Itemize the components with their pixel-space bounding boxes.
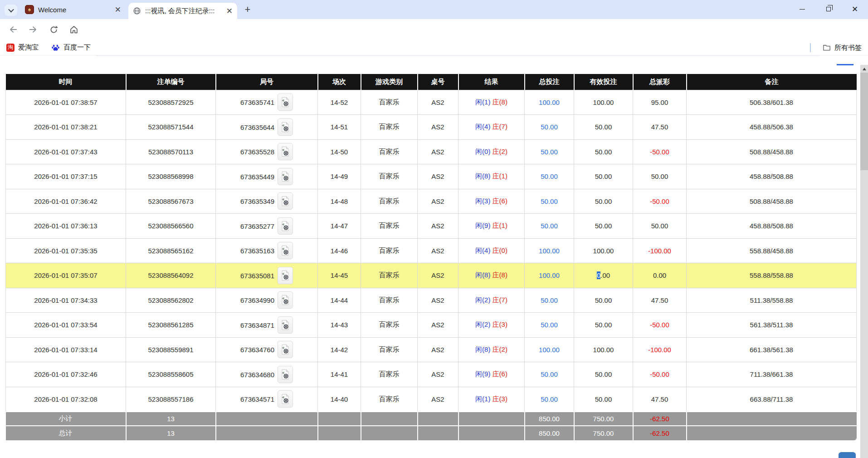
footer-total-bet-cell: 850.00: [525, 426, 574, 440]
remark-cell: 508.88/458.88: [687, 139, 857, 164]
time-cell: 2026-01-01 07:32:08: [6, 387, 126, 412]
back-button[interactable]: [5, 22, 21, 37]
table-no-cell: AS2: [418, 164, 458, 189]
table-row[interactable]: 2026-01-01 07:35:07523088564092673635081…: [6, 263, 857, 288]
window-controls: ✕: [789, 0, 868, 18]
restore-icon: [826, 7, 831, 11]
table-row[interactable]: 2026-01-01 07:38:21523088571544673635644…: [6, 115, 857, 140]
table-row[interactable]: 2026-01-01 07:33:54523088561285673634871…: [6, 313, 857, 338]
total-bet-link[interactable]: 50.00: [541, 222, 558, 230]
payout-cell: -50.00: [633, 313, 687, 338]
video-replay-button[interactable]: [278, 390, 293, 408]
table-row[interactable]: 2026-01-01 07:36:13523088566560673635277…: [6, 214, 857, 239]
tab-welcome[interactable]: ♠ Welcome ✕: [20, 0, 126, 19]
valid-bet-cell: 50.00: [574, 139, 633, 164]
table-no-cell: AS2: [418, 288, 458, 313]
footer-payout-cell: -62.50: [633, 412, 687, 426]
round-cell: 673634571: [216, 387, 318, 412]
total-bet-link[interactable]: 50.00: [541, 321, 558, 329]
time-cell: 2026-01-01 07:38:57: [6, 90, 126, 115]
video-replay-button[interactable]: [278, 168, 293, 185]
tab-close-icon[interactable]: ✕: [115, 6, 121, 14]
video-replay-button[interactable]: [278, 217, 293, 235]
table-row[interactable]: 2026-01-01 07:36:42523088567673673635349…: [6, 189, 857, 214]
table-row[interactable]: 2026-01-01 07:33:14523088559891673634760…: [6, 337, 857, 362]
subtotal-row: 小计 13 850.00 750.00 -62.50: [6, 412, 857, 426]
total-bet-link[interactable]: 50.00: [541, 296, 558, 304]
time-cell: 2026-01-01 07:33:14: [6, 337, 126, 362]
round-cell: 673634680: [216, 362, 318, 387]
footer-empty-cell: [418, 426, 458, 440]
table-row[interactable]: 2026-01-01 07:34:33523088562802673634990…: [6, 288, 857, 313]
total-bet-link[interactable]: 50.00: [541, 395, 558, 403]
video-replay-button[interactable]: [278, 118, 293, 136]
total-bet-link[interactable]: 100.00: [539, 247, 560, 255]
floating-blue-button[interactable]: [839, 452, 856, 458]
total-bet-cell: 50.00: [525, 313, 574, 338]
total-bet-cell: 50.00: [525, 164, 574, 189]
video-replay-button[interactable]: [278, 94, 293, 111]
video-replay-button[interactable]: [278, 242, 293, 259]
table-row[interactable]: 2026-01-01 07:35:35523088565162673635163…: [6, 238, 857, 263]
video-replay-button[interactable]: [278, 341, 293, 358]
tab-bet-records-active[interactable]: :::视讯, 会员下注纪录::: ✕: [128, 3, 237, 19]
table-no-cell: AS2: [418, 313, 458, 338]
table-row[interactable]: 2026-01-01 07:37:43523088570113673635528…: [6, 139, 857, 164]
table-row[interactable]: 2026-01-01 07:32:08523088557186673634571…: [6, 387, 857, 412]
tab-close-icon[interactable]: ✕: [226, 7, 233, 15]
video-replay-icon: [281, 171, 290, 182]
close-button[interactable]: ✕: [842, 0, 868, 18]
round-cell: 673635741: [216, 90, 318, 115]
header-game-type: 游戏类别: [361, 74, 418, 90]
video-replay-button[interactable]: [278, 143, 293, 160]
close-icon: ✕: [852, 5, 858, 13]
page-scrollbar[interactable]: [860, 65, 868, 458]
home-button[interactable]: [66, 22, 82, 37]
game-type-cell: 百家乐: [361, 90, 418, 115]
total-bet-link[interactable]: 50.00: [541, 148, 558, 156]
total-bet-link[interactable]: 50.00: [541, 197, 558, 205]
forward-button[interactable]: [25, 22, 41, 37]
restore-button[interactable]: [815, 0, 842, 18]
video-replay-button[interactable]: [278, 267, 293, 284]
session-cell: 14-50: [318, 139, 361, 164]
table-row[interactable]: 2026-01-01 07:32:46523088558605673634680…: [6, 362, 857, 387]
total-bet-link[interactable]: 100.00: [539, 271, 560, 279]
footer-empty-cell: [318, 412, 361, 426]
total-bet-link[interactable]: 50.00: [541, 172, 558, 180]
video-replay-icon: [281, 97, 290, 108]
total-bet-link[interactable]: 50.00: [541, 370, 558, 378]
tab-search-button[interactable]: [5, 5, 17, 16]
bet-records-table: 时间 注单编号 局号 场次 游戏类别 桌号 结果 总投注 有效投注 总派彩 备注…: [5, 74, 856, 440]
remark-cell: 508.88/458.88: [687, 189, 857, 214]
valid-bet-cell: 50.00: [574, 189, 633, 214]
result-cell: 闲(4) 庄(7): [458, 115, 525, 140]
scrollbar-up-button[interactable]: [860, 65, 868, 73]
reload-button[interactable]: [46, 22, 61, 37]
bookmark-taobao[interactable]: 淘 爱淘宝: [6, 43, 39, 52]
video-replay-button[interactable]: [278, 316, 293, 334]
table-row[interactable]: 2026-01-01 07:38:57523088572925673635741…: [6, 90, 857, 115]
player-result: 闲(8): [475, 172, 490, 180]
bet-id-cell: 523088564092: [126, 263, 216, 288]
bet-id-cell: 523088570113: [126, 139, 216, 164]
video-replay-button[interactable]: [278, 366, 293, 383]
bookmark-label: 百度一下: [63, 43, 91, 52]
header-remark: 备注: [687, 74, 857, 90]
video-replay-button[interactable]: [278, 291, 293, 309]
total-bet-link[interactable]: 100.00: [539, 346, 560, 354]
time-cell: 2026-01-01 07:35:07: [6, 263, 126, 288]
minimize-button[interactable]: [789, 0, 815, 18]
total-bet-link[interactable]: 50.00: [541, 123, 558, 131]
bookmark-baidu[interactable]: 百度一下: [51, 43, 91, 52]
scrollbar-thumb[interactable]: [860, 73, 868, 170]
video-replay-button[interactable]: [278, 192, 293, 210]
session-cell: 14-51: [318, 115, 361, 140]
total-bet-link[interactable]: 100.00: [539, 98, 560, 106]
new-tab-button[interactable]: +: [242, 4, 254, 15]
session-cell: 14-46: [318, 238, 361, 263]
all-bookmarks-button[interactable]: 所有书签: [810, 40, 862, 55]
table-row[interactable]: 2026-01-01 07:37:15523088568998673635449…: [6, 164, 857, 189]
folder-icon: [823, 44, 831, 51]
time-cell: 2026-01-01 07:35:35: [6, 238, 126, 263]
